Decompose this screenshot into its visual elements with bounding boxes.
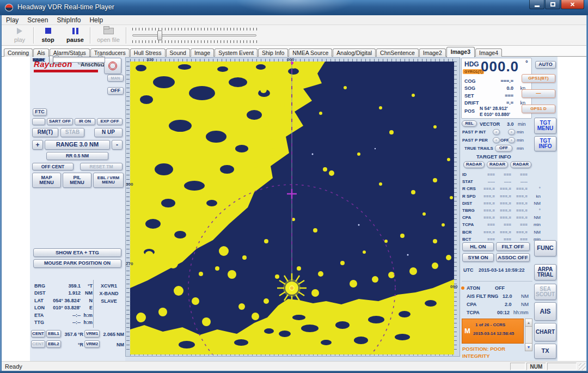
arpa-line2: TRIAL <box>537 272 553 278</box>
radar-ppi-image[interactable] <box>130 62 454 354</box>
cursor-data-value: --:-- <box>49 313 81 318</box>
radar-source-button[interactable]: RADAR <box>510 161 531 168</box>
tab[interactable]: Hull Stress <box>130 48 166 57</box>
past-int-decrease-button[interactable]: ‹ <box>493 129 500 135</box>
range-rings-button[interactable]: RR 0.5 NM <box>46 152 108 160</box>
heading-line-toggle[interactable]: HL ON <box>462 242 494 251</box>
range-minus-button[interactable]: - <box>112 140 122 150</box>
exp-off-button[interactable]: EXP OFF <box>97 118 122 125</box>
cent1-button[interactable]: CENT <box>31 330 45 338</box>
target3-value: ===.= <box>511 201 528 206</box>
man-button[interactable]: MAN <box>107 75 124 82</box>
sart-off-button[interactable]: SART OFF <box>47 118 73 125</box>
close-button[interactable]: ✕ <box>561 0 584 9</box>
pause-button[interactable]: pause <box>63 27 88 44</box>
menu-item[interactable]: Screen <box>23 16 52 25</box>
rm-t-button[interactable]: RM(T) <box>32 128 58 137</box>
menu-item[interactable]: ShipInfo <box>52 16 85 25</box>
tgt-info-button[interactable]: TGT INFO <box>534 136 556 151</box>
vrm1-button[interactable]: VRM1 <box>84 330 100 338</box>
scroll-up-button[interactable]: ▲ <box>525 319 532 327</box>
maximize-button[interactable] <box>545 0 560 9</box>
minimize-button[interactable] <box>529 0 544 9</box>
play-button[interactable]: play <box>7 27 32 44</box>
title-bar[interactable]: Headway VDR Real-time Player <box>0 0 588 15</box>
scroll-down-button[interactable]: ▼ <box>525 343 532 351</box>
cog-source-button[interactable]: GPS1(BT) <box>522 74 555 83</box>
slider-thumb[interactable] <box>49 56 53 64</box>
ebl2-button[interactable]: EBL2 <box>46 340 61 348</box>
alarm-message-box[interactable]: M 1 of 26 - CCRS 2015-03-14 12:58:45 <box>462 319 524 344</box>
alarm-scrollbar[interactable]: ▲ ▼ <box>525 319 532 351</box>
vrm2-button[interactable]: VRM2 <box>84 340 100 348</box>
off-button[interactable]: OFF <box>107 87 124 95</box>
past-per-increase-button[interactable]: › <box>508 137 515 143</box>
func-button[interactable]: FUNC <box>534 240 556 256</box>
tab[interactable]: Sound <box>166 48 190 57</box>
stab-button[interactable]: STAB <box>60 128 84 137</box>
timeline-slider[interactable] <box>132 34 256 36</box>
north-up-button[interactable]: N UP <box>94 128 122 137</box>
ebl-vrm-menu-line2: MENU <box>102 180 115 185</box>
ais-button[interactable]: AIS <box>534 302 556 321</box>
tab[interactable]: NMEA Source <box>289 48 332 57</box>
association-toggle[interactable]: ASSOC OFF <box>496 253 530 262</box>
sea-scout-button[interactable]: SEA SCOUT <box>534 284 556 300</box>
tx-button[interactable]: TX <box>534 344 556 359</box>
rel-vector-toggle[interactable]: REL <box>462 120 477 127</box>
slider-track[interactable] <box>50 57 105 63</box>
mouse-park-button[interactable]: MOUSE PARK POSITION ON <box>33 259 121 268</box>
map-menu-button[interactable]: MAP MENU <box>32 173 61 188</box>
open-file-button[interactable]: open file <box>93 27 124 44</box>
off-center-button[interactable]: OFF CENT <box>32 163 74 170</box>
ftc-button[interactable]: FTC <box>33 108 47 116</box>
tab[interactable]: Image2 <box>419 48 446 57</box>
tab[interactable]: Image3 <box>446 47 475 57</box>
tab[interactable]: Ais <box>33 48 49 57</box>
menu-item[interactable]: Play <box>2 16 23 25</box>
stop-button[interactable]: stop <box>35 27 60 44</box>
filter-toggle[interactable]: FILT OFF <box>496 242 530 251</box>
ais-filt-unit: NM <box>521 293 529 299</box>
pil-menu-button[interactable]: PIL MENU <box>63 173 91 188</box>
tab[interactable]: Image4 <box>475 48 502 57</box>
resize-grip[interactable] <box>579 363 586 370</box>
window-border-left <box>0 15 2 373</box>
ebl-vrm-menu-button[interactable]: EBL / VRM MENU <box>93 173 124 188</box>
set-source-button[interactable]: — <box>522 89 555 98</box>
alarm-timestamp: 2015-03-14 12:58:45 <box>473 331 514 336</box>
chart-button[interactable]: CHART <box>534 323 556 341</box>
toolbar: play stop pause open file <box>2 25 586 46</box>
range-plus-button[interactable]: + <box>32 140 43 150</box>
symbols-toggle[interactable]: SYM ON <box>462 253 494 262</box>
tab[interactable]: Ship Info <box>258 48 288 57</box>
tab[interactable]: Image <box>191 48 214 57</box>
past-int-increase-button[interactable]: › <box>508 129 515 135</box>
tab[interactable]: Analog/Digital <box>333 48 376 57</box>
arpa-trial-button[interactable]: ARPA TRIAL <box>534 264 556 280</box>
ir-on-button[interactable]: IR ON <box>75 118 95 125</box>
show-eta-ttg-button[interactable]: SHOW ETA + TTG <box>33 248 121 257</box>
past-per-unit: min <box>517 138 524 143</box>
reset-tm-button[interactable]: RESET TM <box>80 163 122 170</box>
ebl1-button[interactable]: EBL1 <box>46 330 61 338</box>
radar-source-button[interactable]: RADAR <box>487 161 508 168</box>
tgt-menu-button[interactable]: TGT MENU <box>534 118 556 134</box>
tab[interactable]: ChnSentence <box>376 48 419 57</box>
auto-button[interactable]: AUTO <box>535 61 556 69</box>
tab[interactable]: System Event <box>215 48 258 57</box>
target-row-unit: kn <box>528 194 541 199</box>
radar-source-button[interactable]: RADAR <box>463 161 485 168</box>
true-trails-toggle[interactable]: OFF <box>495 145 512 152</box>
menu-item[interactable]: Help <box>85 16 107 25</box>
timeline-slider-thumb[interactable] <box>157 30 162 40</box>
range-display[interactable]: RANGE 3.0 NM <box>45 140 110 150</box>
blank-button[interactable] <box>32 118 45 125</box>
cent2-button[interactable]: CENT <box>31 340 45 348</box>
tab[interactable]: Conning <box>4 48 33 57</box>
cpa-limit-value: 2.0 <box>505 302 512 307</box>
past-per-decrease-button[interactable]: ‹ <box>493 137 500 143</box>
pos-source-button[interactable]: GPS1 D <box>522 105 555 113</box>
tab[interactable]: Transducers <box>90 48 130 57</box>
target3-value: === <box>511 172 528 177</box>
